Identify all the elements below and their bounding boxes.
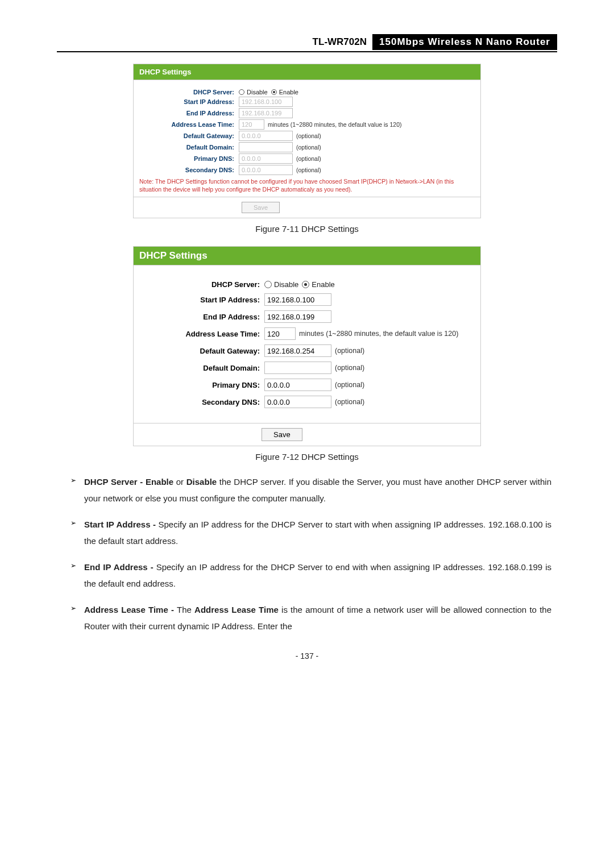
panel-title: DHCP Settings (134, 247, 480, 265)
default-domain-label: Default Domain: (139, 144, 239, 151)
radio-icon (302, 281, 309, 288)
bold-text: Address Lease Time (194, 605, 279, 614)
primary-dns-input[interactable] (239, 153, 293, 164)
bold-text: End IP Address - (84, 562, 154, 572)
primary-dns-label: Primary DNS: (139, 155, 239, 162)
default-gateway-input[interactable] (239, 131, 293, 141)
end-ip-input[interactable] (239, 108, 293, 118)
default-domain-label: Default Domain: (139, 364, 264, 372)
page-header: TL-WR702N 150Mbps Wireless N Nano Router (57, 34, 557, 52)
page-number: - 137 - (57, 651, 557, 661)
figure-caption-2: Figure 7-12 DHCP Settings (57, 452, 557, 462)
default-domain-input[interactable] (239, 142, 293, 152)
model-description: 150Mbps Wireless N Nano Router (372, 34, 557, 50)
dhcp-settings-panel-disabled: DHCP Settings DHCP Server: Disable Enabl… (133, 64, 481, 218)
secondary-dns-label: Secondary DNS: (139, 167, 239, 173)
end-ip-label: End IP Address: (139, 110, 239, 117)
dhcp-disable-radio[interactable]: Disable (239, 89, 268, 95)
dhcp-enable-radio[interactable]: Enable (302, 280, 334, 289)
bold-text: Disable (186, 477, 217, 487)
list-item: End IP Address - Specify an IP address f… (74, 559, 551, 592)
dhcp-enable-radio[interactable]: Enable (271, 89, 298, 95)
default-gateway-label: Default Gateway: (139, 132, 239, 139)
radio-icon (264, 281, 272, 288)
bold-text: Address Lease Time - (84, 605, 174, 614)
dhcp-server-label: DHCP Server: (139, 280, 264, 289)
start-ip-input[interactable] (239, 97, 293, 107)
save-button[interactable]: Save (242, 202, 280, 213)
radio-label: Disable (274, 280, 298, 289)
bold-text: DHCP Server - Enable (84, 477, 173, 487)
start-ip-label: Start IP Address: (139, 98, 239, 105)
list-item: Address Lease Time - The Address Lease T… (74, 602, 551, 634)
radio-label: Enable (312, 280, 334, 289)
lease-time-label: Address Lease Time: (139, 330, 264, 338)
text: or (173, 477, 186, 487)
dhcp-settings-panel-enabled: DHCP Settings DHCP Server: Disable Enabl… (133, 246, 481, 446)
radio-icon (271, 89, 277, 95)
primary-dns-input[interactable] (264, 379, 331, 391)
model-label: TL-WR702N (307, 34, 372, 50)
dhcp-note: Note: The DHCP Settings function cannot … (134, 176, 480, 197)
default-domain-input[interactable] (264, 362, 331, 374)
radio-label: Disable (247, 89, 268, 95)
optional-hint: (optional) (335, 398, 364, 406)
optional-hint: (optional) (296, 144, 321, 151)
lease-time-input[interactable] (239, 119, 264, 130)
text: The (174, 605, 194, 614)
radio-label: Enable (279, 89, 298, 95)
list-item: Start IP Address - Specify an IP address… (74, 517, 551, 549)
description-list: DHCP Server - Enable or Disable the DHCP… (63, 474, 551, 634)
lease-time-input[interactable] (264, 327, 296, 340)
radio-icon (239, 89, 244, 95)
dhcp-disable-radio[interactable]: Disable (264, 280, 298, 289)
list-item: DHCP Server - Enable or Disable the DHCP… (74, 474, 551, 506)
dhcp-server-label: DHCP Server: (139, 89, 239, 95)
lease-hint: minutes (1~2880 minutes, the default val… (299, 330, 458, 338)
optional-hint: (optional) (335, 347, 364, 355)
default-gateway-input[interactable] (264, 344, 331, 357)
text: Specify an IP address for the DHCP Serve… (84, 562, 551, 588)
start-ip-label: Start IP Address: (139, 296, 264, 304)
save-button[interactable]: Save (262, 428, 302, 441)
secondary-dns-input[interactable] (239, 165, 293, 175)
end-ip-input[interactable] (264, 310, 331, 323)
lease-hint: minutes (1~2880 minutes, the default val… (268, 121, 402, 128)
primary-dns-label: Primary DNS: (139, 381, 264, 389)
optional-hint: (optional) (296, 155, 321, 162)
figure-caption-1: Figure 7-11 DHCP Settings (57, 224, 557, 234)
secondary-dns-input[interactable] (264, 396, 331, 408)
optional-hint: (optional) (296, 132, 321, 139)
lease-time-label: Address Lease Time: (139, 121, 239, 128)
start-ip-input[interactable] (264, 293, 331, 306)
secondary-dns-label: Secondary DNS: (139, 398, 264, 406)
optional-hint: (optional) (296, 167, 321, 173)
default-gateway-label: Default Gateway: (139, 347, 264, 355)
optional-hint: (optional) (335, 381, 364, 389)
end-ip-label: End IP Address: (139, 313, 264, 321)
panel-title: DHCP Settings (134, 64, 480, 80)
optional-hint: (optional) (335, 364, 364, 372)
bold-text: Start IP Address - (84, 520, 156, 529)
